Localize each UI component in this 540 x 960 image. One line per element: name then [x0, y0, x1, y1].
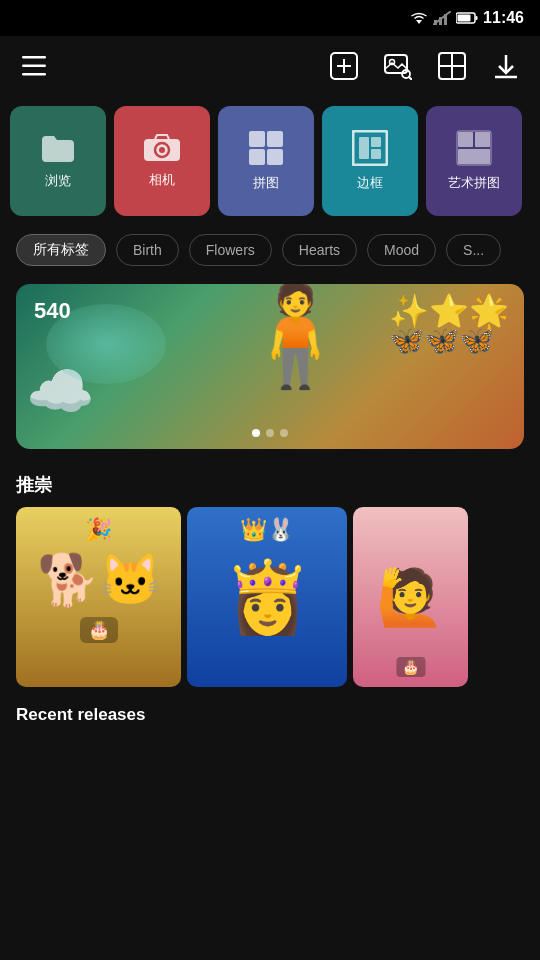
- image-search-button[interactable]: [380, 48, 416, 84]
- status-icons: 11:46: [410, 9, 524, 27]
- svg-line-17: [409, 77, 412, 80]
- recommended-grid: 🐕🐱 🎂 🎉 👸 👑🐰 🙋 🎂: [0, 507, 540, 687]
- tag-hearts[interactable]: Hearts: [282, 234, 357, 266]
- svg-rect-26: [249, 131, 265, 147]
- tag-all[interactable]: 所有标签: [16, 234, 106, 266]
- category-camera-label: 相机: [149, 171, 175, 189]
- art-icon: [456, 130, 492, 166]
- add-media-button[interactable]: [326, 48, 362, 84]
- svg-rect-28: [249, 149, 265, 165]
- recommended-item-3[interactable]: 🙋 🎂: [353, 507, 468, 687]
- menu-button[interactable]: [16, 48, 52, 84]
- menu-icon: [22, 56, 46, 76]
- tag-s[interactable]: S...: [446, 234, 501, 266]
- dot-2: [266, 429, 274, 437]
- banner-sparkles: 🦋🦋🦋: [389, 324, 494, 357]
- category-art[interactable]: 艺术拼图: [426, 106, 522, 216]
- category-browse-label: 浏览: [45, 172, 71, 190]
- svg-rect-31: [359, 137, 369, 159]
- category-frame[interactable]: 边框: [322, 106, 418, 216]
- svg-rect-37: [458, 149, 490, 164]
- svg-rect-9: [22, 65, 46, 68]
- tag-birth[interactable]: Birth: [116, 234, 179, 266]
- svg-rect-6: [476, 16, 478, 20]
- layout-icon: [438, 52, 466, 80]
- category-frame-label: 边框: [357, 174, 383, 192]
- recommended-item-1[interactable]: 🐕🐱 🎂 🎉: [16, 507, 181, 687]
- camera-icon: [143, 133, 181, 163]
- category-collage[interactable]: 拼图: [218, 106, 314, 216]
- toolbar: [0, 36, 540, 96]
- svg-rect-8: [22, 56, 46, 59]
- signal-icon: [433, 11, 451, 25]
- category-collage-label: 拼图: [253, 174, 279, 192]
- folder-icon: [40, 132, 76, 164]
- svg-rect-10: [22, 73, 46, 76]
- status-bar: 11:46: [0, 0, 540, 36]
- svg-marker-0: [416, 20, 422, 24]
- svg-rect-29: [267, 149, 283, 165]
- banner-dots: [252, 429, 288, 437]
- recommended-item-2[interactable]: 👸 👑🐰: [187, 507, 347, 687]
- tag-mood[interactable]: Mood: [367, 234, 436, 266]
- svg-rect-32: [371, 137, 381, 147]
- tag-flowers[interactable]: Flowers: [189, 234, 272, 266]
- collage-icon: [248, 130, 284, 166]
- wifi-icon: [410, 11, 428, 25]
- svg-rect-35: [458, 132, 473, 147]
- banner-figure: ☁️ ✨⭐🌟 🧍 🦋🦋🦋: [16, 284, 524, 449]
- svg-rect-36: [475, 132, 490, 147]
- add-media-icon: [330, 52, 358, 80]
- recent-releases-title: Recent releases: [0, 687, 540, 735]
- svg-rect-30: [353, 131, 387, 165]
- dot-1: [252, 429, 260, 437]
- category-grid: 浏览 相机 拼图 边框: [0, 96, 540, 226]
- svg-rect-7: [458, 15, 471, 22]
- svg-point-25: [159, 147, 165, 153]
- download-icon: [492, 52, 520, 80]
- category-camera[interactable]: 相机: [114, 106, 210, 216]
- category-browse[interactable]: 浏览: [10, 106, 106, 216]
- tags-row: 所有标签 Birth Flowers Hearts Mood S...: [0, 226, 540, 274]
- banner[interactable]: ☁️ ✨⭐🌟 🧍 🦋🦋🦋 540: [16, 284, 524, 449]
- image-search-icon: [384, 52, 412, 80]
- svg-rect-33: [371, 149, 381, 159]
- banner-person: 🧍: [233, 284, 358, 384]
- dot-3: [280, 429, 288, 437]
- banner-count: 540: [34, 298, 71, 324]
- frame-icon: [352, 130, 388, 166]
- toolbar-actions: [326, 48, 524, 84]
- battery-icon: [456, 12, 478, 24]
- status-time: 11:46: [483, 9, 524, 27]
- layout-button[interactable]: [434, 48, 470, 84]
- svg-rect-27: [267, 131, 283, 147]
- recommended-title: 推崇: [0, 459, 540, 507]
- category-art-label: 艺术拼图: [448, 174, 500, 192]
- download-button[interactable]: [488, 48, 524, 84]
